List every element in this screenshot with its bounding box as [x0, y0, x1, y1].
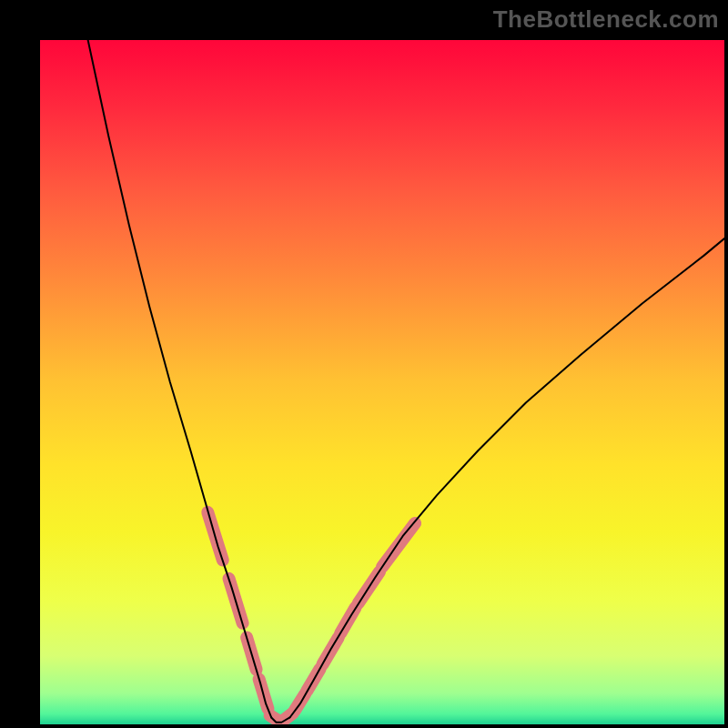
curves-layer [40, 40, 724, 724]
plot-area [40, 40, 724, 724]
line-series [88, 40, 724, 723]
series-right-curve [289, 238, 724, 717]
watermark-text: TheBottleneck.com [493, 5, 719, 34]
marker-segments [207, 512, 415, 722]
chart-frame: TheBottleneck.com [0, 0, 728, 728]
